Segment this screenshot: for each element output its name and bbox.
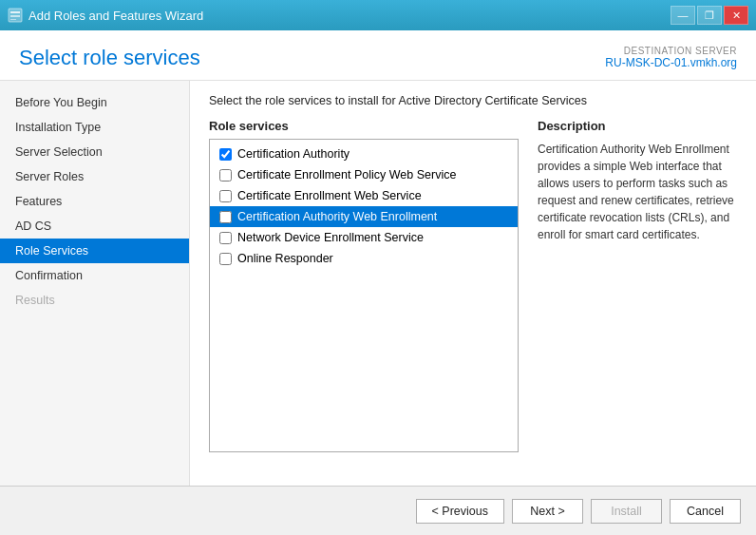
- title-bar: Add Roles and Features Wizard — ❐ ✕: [0, 0, 756, 30]
- wizard-body: Select role services DESTINATION SERVER …: [0, 30, 756, 535]
- service-item[interactable]: Certification Authority: [210, 143, 518, 164]
- destination-label: DESTINATION SERVER: [605, 46, 737, 56]
- destination-server-info: DESTINATION SERVER RU-MSK-DC-01.vmkh.org: [605, 46, 737, 69]
- page-title: Select role services: [19, 46, 200, 70]
- restore-button[interactable]: ❐: [697, 6, 722, 25]
- nav-item-server-roles[interactable]: Server Roles: [0, 164, 189, 189]
- service-checkbox[interactable]: [219, 211, 232, 223]
- service-label: Certification Authority: [237, 147, 350, 161]
- window-title: Add Roles and Features Wizard: [28, 9, 203, 23]
- svg-rect-2: [10, 15, 20, 17]
- nav-item-server-selection[interactable]: Server Selection: [0, 140, 189, 164]
- window-controls: — ❐ ✕: [671, 6, 748, 25]
- nav-item-installation-type[interactable]: Installation Type: [0, 115, 189, 140]
- install-button[interactable]: Install: [591, 499, 662, 524]
- wizard-nav: Before You BeginInstallation TypeServer …: [0, 81, 190, 486]
- cancel-button[interactable]: Cancel: [670, 499, 741, 524]
- service-item[interactable]: Certificate Enrollment Policy Web Servic…: [210, 164, 518, 185]
- app-icon: [8, 8, 23, 23]
- wizard-header: Select role services DESTINATION SERVER …: [0, 30, 756, 81]
- close-button[interactable]: ✕: [724, 6, 748, 25]
- previous-button[interactable]: < Previous: [416, 499, 504, 524]
- services-list: Certification AuthorityCertificate Enrol…: [209, 139, 519, 452]
- service-item[interactable]: Certificate Enrollment Web Service: [210, 185, 518, 206]
- content-columns: Role services Certification AuthorityCer…: [209, 119, 737, 452]
- nav-item-results: Results: [0, 288, 189, 313]
- instruction-text: Select the role services to install for …: [209, 94, 737, 107]
- service-checkbox[interactable]: [219, 232, 232, 244]
- nav-item-confirmation[interactable]: Confirmation: [0, 263, 189, 288]
- service-label: Network Device Enrollment Service: [237, 231, 424, 244]
- minimize-button[interactable]: —: [671, 6, 695, 25]
- svg-rect-1: [10, 11, 20, 13]
- nav-item-role-services[interactable]: Role Services: [0, 239, 189, 263]
- service-label: Certificate Enrollment Policy Web Servic…: [237, 168, 456, 182]
- service-checkbox[interactable]: [219, 190, 232, 202]
- service-item[interactable]: Network Device Enrollment Service: [210, 227, 518, 248]
- server-name: RU-MSK-DC-01.vmkh.org: [605, 56, 737, 69]
- service-checkbox[interactable]: [219, 169, 232, 182]
- nav-item-ad-cs[interactable]: AD CS: [0, 214, 189, 239]
- service-item[interactable]: Certification Authority Web Enrollment: [210, 206, 518, 227]
- service-checkbox[interactable]: [219, 148, 232, 161]
- service-label: Certification Authority Web Enrollment: [237, 210, 437, 223]
- description-title: Description: [538, 119, 737, 133]
- description-text: Certification Authority Web Enrollment p…: [538, 141, 737, 243]
- services-panel: Role services Certification AuthorityCer…: [209, 119, 519, 452]
- wizard-main: Select the role services to install for …: [190, 81, 756, 486]
- wizard-footer: < Previous Next > Install Cancel: [0, 486, 756, 535]
- next-button[interactable]: Next >: [512, 499, 583, 524]
- nav-item-features[interactable]: Features: [0, 189, 189, 214]
- service-item[interactable]: Online Responder: [210, 248, 518, 269]
- wizard-content: Before You BeginInstallation TypeServer …: [0, 81, 756, 486]
- service-label: Online Responder: [237, 252, 333, 265]
- services-panel-title: Role services: [209, 119, 519, 133]
- service-label: Certificate Enrollment Web Service: [237, 189, 422, 202]
- description-panel: Description Certification Authority Web …: [538, 119, 737, 452]
- service-checkbox[interactable]: [219, 253, 232, 265]
- svg-rect-3: [10, 19, 16, 20]
- nav-item-before-you-begin[interactable]: Before You Begin: [0, 90, 189, 115]
